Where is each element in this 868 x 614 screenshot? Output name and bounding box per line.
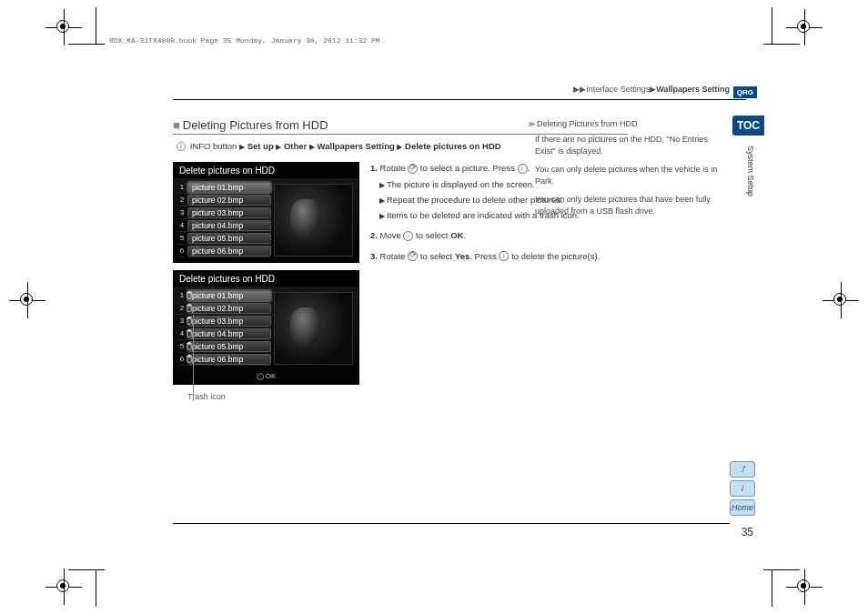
svg-rect-4	[187, 305, 192, 306]
notes-heading-text: Deleting Pictures from HDD	[537, 119, 638, 128]
step-text: to select	[420, 251, 452, 261]
picture-list-row[interactable]: 5picture 05.bmp	[177, 340, 271, 353]
row-number: 4	[177, 221, 187, 229]
picture-filename: picture 06.bmp	[187, 246, 271, 257]
device-ok-bar: OK	[174, 370, 358, 384]
row-number: 2	[177, 196, 187, 204]
info-icon	[177, 142, 186, 151]
picture-list-row[interactable]: 4picture 04.bmp	[177, 327, 271, 340]
ok-label: OK	[266, 372, 277, 380]
picture-list-row[interactable]: 2picture 02.bmp	[177, 302, 271, 315]
svg-rect-7	[187, 317, 192, 318]
trash-icon	[186, 355, 193, 363]
svg-rect-17	[188, 355, 190, 356]
svg-rect-14	[188, 342, 190, 343]
picture-list-row[interactable]: 6picture 06.bmp	[177, 353, 271, 366]
registration-mark	[823, 282, 859, 318]
picture-filename: picture 04.bmp	[187, 220, 271, 231]
svg-rect-1	[187, 292, 192, 293]
registration-mark	[45, 9, 82, 45]
trash-icon	[186, 291, 193, 299]
rule-bottom	[173, 523, 730, 524]
step-3: 3. Rotate to select Yes. Press to delete…	[370, 250, 628, 263]
breadcrumb-part: Wallpapers Setting	[656, 85, 730, 94]
step-number: 1.	[370, 163, 378, 173]
svg-rect-10	[187, 330, 192, 331]
nav-path-item: Other	[284, 141, 307, 151]
rotate-dial-icon	[408, 251, 418, 261]
svg-rect-9	[187, 332, 192, 337]
picture-preview	[274, 292, 353, 365]
step-text: Rotate	[380, 163, 406, 173]
picture-list-row[interactable]: 4picture 04.bmp	[177, 219, 271, 232]
nav-path-item: Wallpapers Setting	[318, 141, 395, 151]
picture-list-row[interactable]: 3picture 03.bmp	[177, 206, 271, 219]
picture-list-row[interactable]: 3picture 03.bmp	[177, 315, 271, 327]
section-side-label: System Setup	[746, 146, 755, 196]
chevron-right-icon: ▶	[397, 143, 402, 151]
device-title: Delete pictures on HDD	[174, 163, 358, 178]
picture-list-row[interactable]: 6picture 06.bmp	[177, 245, 271, 257]
picture-filename: picture 01.bmp	[187, 182, 271, 193]
picture-list-row[interactable]: 1picture 01.bmp	[177, 289, 271, 302]
row-number: 6	[177, 247, 187, 255]
svg-rect-12	[187, 345, 192, 350]
picture-filename: picture 01.bmp	[187, 290, 271, 301]
svg-rect-3	[187, 307, 192, 312]
svg-rect-13	[187, 343, 192, 344]
svg-rect-16	[187, 356, 192, 357]
step-text: . Press	[469, 251, 497, 261]
picture-list-row[interactable]: 5picture 05.bmp	[177, 232, 271, 245]
registration-mark	[786, 569, 823, 605]
triangle-bullet-icon: ▶	[379, 181, 385, 189]
registration-mark	[786, 9, 823, 45]
toc-tab[interactable]: TOC	[732, 116, 764, 136]
step-text: Move	[380, 230, 401, 240]
breadcrumb-part: Interface Settings	[586, 85, 650, 94]
footer-nav-icons: ⤴ i Home	[730, 461, 757, 518]
trash-icon	[186, 304, 193, 312]
rotate-dial-icon	[408, 164, 418, 174]
notes-heading: ≫Deleting Pictures from HDD	[528, 118, 719, 130]
breadcrumb: ▶▶Interface Settings▶Wallpapers Setting	[573, 85, 730, 94]
step-keyword: OK	[450, 230, 463, 240]
picture-filename: picture 02.bmp	[187, 303, 271, 314]
step-text: to delete the picture(s).	[511, 251, 600, 261]
svg-rect-2	[188, 291, 190, 292]
picture-filename: picture 02.bmp	[187, 195, 271, 206]
device-screenshot-1: Delete pictures on HDD 1picture 01.bmp2p…	[173, 162, 359, 263]
screenshots-column: Delete pictures on HDD 1picture 01.bmp2p…	[173, 162, 359, 401]
step-text: to select	[416, 230, 448, 240]
picture-list-row[interactable]: 2picture 02.bmp	[177, 194, 271, 206]
page-number: 35	[742, 526, 753, 539]
picture-filename: picture 05.bmp	[187, 341, 271, 352]
notes-column: ≫Deleting Pictures from HDD If there are…	[528, 118, 719, 224]
push-button-icon	[518, 164, 528, 174]
step-number: 2.	[370, 230, 378, 240]
svg-rect-0	[187, 294, 192, 299]
picture-preview	[274, 184, 353, 257]
picture-filename: picture 03.bmp	[187, 207, 271, 218]
triangle-bullet-icon: ▶	[379, 212, 385, 220]
chevron-right-icon: ▶	[239, 143, 245, 151]
note-paragraph: You can only delete pictures when the ve…	[528, 164, 719, 187]
step-keyword: Yes	[455, 251, 469, 261]
trash-icon	[186, 342, 193, 350]
note-paragraph: If there are no pictures on the HDD, "No…	[528, 134, 719, 157]
note-chevron-icon: ≫	[528, 120, 535, 128]
breadcrumb-arrows: ▶▶	[573, 85, 586, 94]
page-frame: RDX_KA-31TX4800.book Page 35 Monday, Jan…	[109, 50, 764, 564]
qrg-tab[interactable]: QRG	[733, 86, 757, 98]
nav-info-button[interactable]: i	[730, 480, 755, 497]
device-title: Delete pictures on HDD	[174, 271, 358, 287]
nav-path-label: INFO button	[190, 141, 237, 151]
svg-rect-8	[188, 317, 190, 317]
nav-path-item: Delete pictures on HDD	[405, 141, 501, 151]
picture-list-row[interactable]: 1picture 01.bmp	[177, 181, 271, 194]
rule-top	[173, 99, 746, 100]
step-number: 3.	[370, 251, 378, 261]
nav-prev-button[interactable]: ⤴	[730, 461, 755, 478]
note-paragraph: You can only delete pictures that have b…	[528, 194, 719, 217]
nav-home-button[interactable]: Home	[730, 499, 755, 516]
trash-icon-label: Trash icon	[187, 392, 359, 401]
